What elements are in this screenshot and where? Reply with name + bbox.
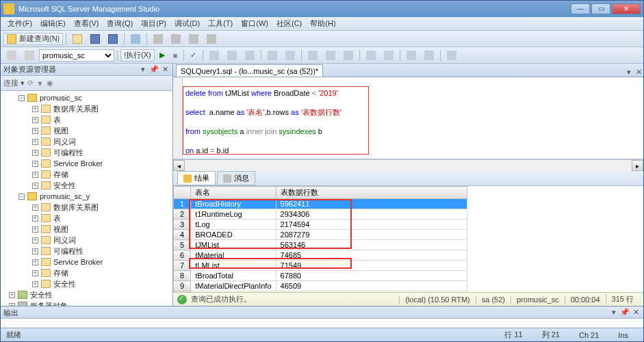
object-explorer-icon[interactable] xyxy=(168,33,184,45)
table-row[interactable]: 1tBroadHistory5962411 xyxy=(174,199,467,209)
db-node-promusic-sc-y[interactable]: promusic_sc_y xyxy=(40,192,90,200)
filter-icon[interactable]: ▼ xyxy=(36,79,44,88)
menu-view[interactable]: 查看(V) xyxy=(70,17,103,30)
tree-item[interactable]: 数据库关系图 xyxy=(53,104,99,114)
menu-debug[interactable]: 调试(D) xyxy=(170,17,204,30)
properties-icon[interactable] xyxy=(203,33,220,45)
execute-button[interactable]: ! 执行(X) xyxy=(120,49,155,62)
close-button[interactable]: ✕ xyxy=(612,3,641,14)
output-pin-icon[interactable]: 📌 xyxy=(620,308,630,317)
tree-item[interactable]: 同义词 xyxy=(53,235,76,246)
outdent-icon[interactable] xyxy=(421,49,437,62)
results-grid-icon[interactable] xyxy=(322,49,339,62)
col-rownum[interactable] xyxy=(174,187,191,199)
parse-icon[interactable]: ✓ xyxy=(187,49,200,62)
tab-close-icon[interactable]: ✕ xyxy=(634,68,643,77)
tree-item[interactable]: 存储 xyxy=(53,268,68,278)
tree-item[interactable]: Service Broker xyxy=(53,258,103,266)
output-close-icon[interactable]: ✕ xyxy=(631,308,641,317)
uncomment-icon[interactable] xyxy=(381,49,397,62)
tree-item[interactable]: 安全性 xyxy=(53,181,76,191)
menu-query[interactable]: 查询(Q) xyxy=(103,17,137,30)
available-db-icon[interactable] xyxy=(21,49,38,62)
results-text-icon[interactable] xyxy=(305,49,321,62)
title-bar: Microsoft SQL Server Management Studio —… xyxy=(1,1,643,17)
save-all-icon[interactable] xyxy=(105,33,121,45)
tree-item[interactable]: 视图 xyxy=(53,224,68,235)
editor-content[interactable]: delete from tJMList where BroadDate < '2… xyxy=(183,77,643,159)
tree-item[interactable]: 数据库关系图 xyxy=(53,202,99,213)
editor-h-scrollbar[interactable]: ◂ ▸ xyxy=(173,159,643,171)
specify-values-icon[interactable] xyxy=(443,49,460,62)
tab-dropdown-icon[interactable]: ▾ xyxy=(624,68,634,77)
activity-monitor-icon[interactable] xyxy=(127,33,144,45)
results-file-icon[interactable] xyxy=(340,49,357,62)
row-number: 10 xyxy=(174,291,191,293)
results-grid[interactable]: 表名 表数据行数 1tBroadHistory59624112t1Runtime… xyxy=(173,186,643,292)
stop-icon[interactable]: ■ xyxy=(170,49,181,62)
col-tablename[interactable]: 表名 xyxy=(191,187,276,199)
table-row[interactable]: 6tMaterial74685 xyxy=(174,250,467,261)
document-tab[interactable]: SQLQuery1.sql - (lo...music_sc (sa (52))… xyxy=(176,64,323,77)
col-rowcount[interactable]: 表数据行数 xyxy=(276,187,467,199)
table-row[interactable]: 7tLMList71549 xyxy=(174,261,467,271)
pane-close-icon[interactable]: ✕ xyxy=(160,65,170,75)
table-row[interactable]: 8tBroadTotal67880 xyxy=(174,271,467,281)
menu-help[interactable]: 帮助(H) xyxy=(306,17,339,30)
results-tab[interactable]: 结果 xyxy=(177,171,216,185)
display-plan-icon[interactable] xyxy=(206,49,222,62)
tree-item[interactable]: Service Broker xyxy=(53,159,103,168)
tree-item[interactable]: 存储 xyxy=(53,170,68,180)
connect-button[interactable]: 连接 ▾ xyxy=(3,78,25,88)
menu-edit[interactable]: 编辑(E) xyxy=(36,17,70,30)
tree-item[interactable]: 表 xyxy=(53,213,61,224)
include-plan-icon[interactable] xyxy=(264,49,281,62)
stop-icon-tree[interactable]: ◉ xyxy=(47,79,53,88)
menu-tools[interactable]: 工具(T) xyxy=(204,17,237,30)
pane-pin-icon[interactable]: 📌 xyxy=(149,65,159,75)
messages-tab[interactable]: 消息 xyxy=(217,171,255,185)
table-row[interactable]: 9tMaterialDirectPlanInfo46509 xyxy=(174,281,467,291)
table-row[interactable]: 5tJMList563146 xyxy=(174,240,467,250)
tree-item[interactable]: 安全性 xyxy=(30,290,53,300)
scroll-right-icon[interactable]: ▸ xyxy=(632,160,643,171)
include-stats-icon[interactable] xyxy=(282,49,298,62)
tree-item[interactable]: 可编程性 xyxy=(53,246,83,256)
minimize-button[interactable]: — xyxy=(571,3,590,14)
table-row[interactable]: 3tLog2174594 xyxy=(174,220,467,230)
tree-item[interactable]: 表 xyxy=(53,115,61,125)
menu-project[interactable]: 项目(P) xyxy=(137,17,170,30)
query-options-icon[interactable] xyxy=(224,49,240,62)
debug-icon[interactable]: ▶ xyxy=(156,49,168,62)
table-row[interactable]: 2t1RuntimeLog2934306 xyxy=(174,209,467,220)
database-select[interactable]: promusic_sc xyxy=(39,49,114,62)
sql-editor[interactable]: delete from tJMList where BroadDate < '2… xyxy=(173,77,643,159)
table-row[interactable]: 10tMaterialMusic45314 xyxy=(174,291,467,293)
scroll-left-icon[interactable]: ◂ xyxy=(173,160,185,171)
tree-item[interactable]: 服务器对象 xyxy=(30,301,68,306)
db-node-promusic-sc[interactable]: promusic_sc xyxy=(40,94,82,102)
menu-community[interactable]: 社区(C) xyxy=(272,17,306,30)
output-dropdown-icon[interactable]: ▾ xyxy=(609,308,619,317)
menu-window[interactable]: 窗口(W) xyxy=(237,17,272,30)
save-icon[interactable] xyxy=(87,33,103,45)
tree-item[interactable]: 安全性 xyxy=(53,279,76,289)
change-connection-icon[interactable] xyxy=(3,49,20,62)
registered-servers-icon[interactable] xyxy=(150,33,166,45)
tree-item[interactable]: 可编程性 xyxy=(53,148,83,158)
output-panel: 输出 ▾ 📌 ✕ xyxy=(1,306,643,328)
maximize-button[interactable]: ▭ xyxy=(591,3,610,14)
refresh-icon[interactable]: ⟳ xyxy=(27,79,34,88)
intellisense-icon[interactable] xyxy=(242,49,258,62)
tree-item[interactable]: 同义词 xyxy=(53,137,76,147)
open-icon[interactable] xyxy=(69,33,86,45)
template-explorer-icon[interactable] xyxy=(185,33,202,45)
tree-item[interactable]: 视图 xyxy=(53,126,68,136)
table-row[interactable]: 4BROADED2087279 xyxy=(174,230,467,240)
comment-icon[interactable] xyxy=(363,49,379,62)
menu-file[interactable]: 文件(F) xyxy=(3,17,36,30)
object-tree[interactable]: −promusic_sc +数据库关系图 +表 +视图 +同义词 +可编程性 +… xyxy=(1,91,172,306)
pane-dropdown-icon[interactable]: ▾ xyxy=(138,65,148,75)
new-query-button[interactable]: 新建查询(N) xyxy=(3,33,63,45)
indent-icon[interactable] xyxy=(403,49,420,62)
